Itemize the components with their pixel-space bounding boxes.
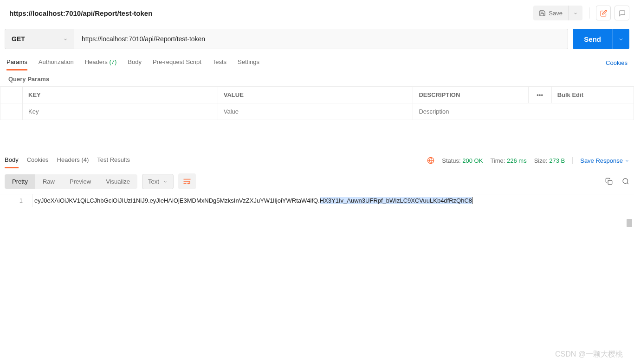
view-toggle: Pretty Raw Preview Visualize [5,174,137,189]
tab-headers-label: Headers [85,58,108,65]
save-button[interactable]: Save [533,6,568,20]
chevron-down-icon [618,36,624,43]
chevron-down-icon [573,10,578,17]
query-params-label: Query Params [0,71,634,86]
col-desc: DESCRIPTION [413,87,528,103]
divider [589,7,589,19]
tab-prerequest[interactable]: Pre-request Script [153,55,201,70]
key-input[interactable] [28,108,212,115]
checkbox-header [0,87,23,103]
response-headers-label: Headers [57,156,80,163]
view-pretty[interactable]: Pretty [5,174,35,189]
tab-authorization[interactable]: Authorization [39,55,74,70]
size-label: Size: [534,157,548,164]
response-tab-body[interactable]: Body [5,153,19,168]
response-tab-test-results[interactable]: Test Results [97,153,130,168]
value-input[interactable] [224,108,408,115]
wrap-toggle[interactable] [178,173,196,189]
response-body-text[interactable]: eyJ0eXAiOiJKV1QiLCJhbGciOiJIUzI1NiJ9.eyJ… [32,194,634,207]
chevron-down-icon [63,35,68,43]
col-value: VALUE [218,87,413,103]
response-headers-count: (4) [81,156,89,163]
tab-params[interactable]: Params [6,55,27,70]
search-button[interactable] [622,178,629,185]
svg-point-6 [623,179,628,184]
status-meta: Status: 200 OK [442,157,483,164]
size-meta: Size: 273 B [534,157,565,164]
url-input[interactable] [74,29,568,49]
request-title: https://localhost:7010/api/Report/test-t… [9,9,152,17]
chevron-down-icon [163,178,168,185]
method-label: GET [12,35,25,43]
response-tab-cookies[interactable]: Cookies [27,153,49,168]
size-value: 273 B [549,157,565,164]
view-preview[interactable]: Preview [62,174,98,189]
response-tab-headers[interactable]: Headers (4) [57,153,89,168]
view-visualize[interactable]: Visualize [98,174,137,189]
body-plain: eyJ0eXAiOiJKV1QiLCJhbGciOiJIUzI1NiJ9.eyJ… [34,197,320,204]
time-meta: Time: 226 ms [490,157,526,164]
status-value: 200 OK [462,157,483,164]
chevron-down-icon [625,157,629,164]
format-label: Text [148,178,159,185]
body-highlighted: HX3Y1Iv_Auwn3UFRpf_bWIzLC9XCVuuLKb4dfRzQ… [320,197,472,204]
send-button[interactable]: Send [573,29,612,49]
url-container: GET [5,29,568,49]
table-row [0,103,634,120]
method-select[interactable]: GET [5,29,74,49]
copy-button[interactable] [605,178,613,185]
save-label: Save [549,10,563,17]
save-button-group: Save [533,6,582,20]
col-options[interactable]: ••• [528,87,551,103]
save-response-link[interactable]: Save Response [572,157,629,164]
col-key: KEY [23,87,218,103]
edit-button[interactable] [596,6,611,20]
comment-icon [619,9,626,17]
view-raw[interactable]: Raw [35,174,62,189]
pencil-icon [600,9,607,17]
send-dropdown[interactable] [612,29,629,49]
line-number: 1 [0,194,32,207]
desc-input[interactable] [419,108,628,115]
tab-headers[interactable]: Headers (7) [85,55,117,70]
status-label: Status: [442,157,460,164]
comment-button[interactable] [615,6,629,20]
header-actions: Save [533,6,629,20]
save-dropdown[interactable] [568,6,582,20]
scrollbar-handle[interactable] [627,219,632,227]
svg-line-7 [627,183,628,184]
wrap-icon [183,178,191,185]
tab-settings[interactable]: Settings [238,55,259,70]
bulk-edit-link[interactable]: Bulk Edit [551,87,634,103]
copy-icon [605,178,613,185]
tab-headers-count: (7) [109,58,116,65]
network-icon[interactable] [427,157,434,165]
tab-body[interactable]: Body [128,55,142,70]
watermark: CSDN @一颗大樱桃 [555,350,623,359]
params-table: KEY VALUE DESCRIPTION ••• Bulk Edit [0,86,634,120]
tab-tests[interactable]: Tests [213,55,226,70]
save-icon [539,9,546,17]
cookies-link[interactable]: Cookies [606,59,628,66]
time-value: 226 ms [507,157,527,164]
checkbox-cell[interactable] [0,103,23,120]
search-icon [622,178,629,185]
ellipsis-icon: ••• [537,91,543,98]
save-response-label: Save Response [580,157,623,164]
time-label: Time: [490,157,505,164]
format-select[interactable]: Text [142,174,174,189]
svg-rect-5 [608,180,612,185]
send-button-group: Send [573,29,629,49]
